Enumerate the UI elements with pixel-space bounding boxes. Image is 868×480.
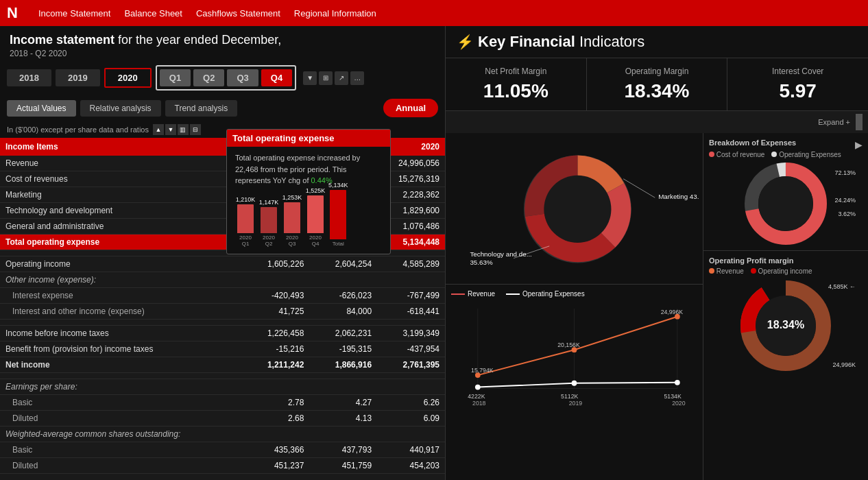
row-label: General and administrative <box>0 219 241 235</box>
line-chart-legend: Revenue Operating Expenses <box>451 290 697 298</box>
sort-icons: ▲ ▼ ▥ ⊟ <box>153 124 201 135</box>
nav-income-statement[interactable]: Income Statement <box>38 8 111 19</box>
q-tab-q4[interactable]: Q4 <box>261 69 292 86</box>
view-tab-trend[interactable]: Trend analysis <box>165 100 238 117</box>
row-2018 <box>241 427 309 442</box>
income-title: Income statement for the year ended Dece… <box>10 33 435 47</box>
row-2019 <box>309 272 377 288</box>
kfi-value-ic: 5.97 <box>738 80 857 102</box>
svg-text:18.34%: 18.34% <box>767 319 804 331</box>
row-2020: 6.26 <box>377 395 445 411</box>
expense-pie-area: Marketing 43.4% Technology and de... 35.… <box>446 133 703 284</box>
nav-balance-sheet[interactable]: Balance Sheet <box>124 8 182 19</box>
year-tab-2018[interactable]: 2018 <box>7 69 51 86</box>
view-tab-actual[interactable]: Actual Values <box>7 100 76 117</box>
op-legend-revenue: Revenue <box>716 267 744 275</box>
kfi-metrics: Net Profit Margin 11.05% Operating Margi… <box>446 58 868 111</box>
row-2020: -618,441 <box>377 304 445 320</box>
col-icon-2[interactable]: ⊟ <box>190 124 201 135</box>
right-panel: ⚡ Key Financial Indicators Net Profit Ma… <box>446 26 868 480</box>
grid-icon[interactable]: ⊞ <box>319 71 333 85</box>
table-row: Diluted 2.68 4.13 6.09 <box>0 411 445 427</box>
row-2019: -626,023 <box>309 288 377 304</box>
q-tab-q2[interactable]: Q2 <box>193 69 224 86</box>
breakdown-legend: Cost of revenue Operating Expenses <box>709 151 863 158</box>
table-row: Income before income taxes 1,226,458 2,0… <box>0 326 445 341</box>
sort-down-icon[interactable]: ▼ <box>165 124 176 135</box>
table-row: Diluted 451,237 451,759 454,203 <box>0 458 445 474</box>
q-tab-q1[interactable]: Q1 <box>160 69 191 86</box>
more-icon[interactable]: … <box>350 71 364 85</box>
kfi-metric-om: Operating Margin 18.34% <box>587 58 728 110</box>
breakdown-donut: 72.13% 24.24% 3.62% <box>709 163 863 245</box>
filter-icon[interactable]: ▼ <box>303 71 317 85</box>
kfi-title: Key Financial Indicators <box>478 33 644 51</box>
nav-regional[interactable]: Regional Information <box>294 8 376 19</box>
netflix-logo: N <box>7 4 18 22</box>
row-2020: 454,203 <box>377 458 445 474</box>
annual-button[interactable]: Annual <box>383 99 438 117</box>
nav-cashflows[interactable]: Cashflows Statement <box>196 8 280 19</box>
chart-right: Breakdown of Expenses ▶ Cost of revenue … <box>703 133 868 480</box>
kfi-label-ic: Interest Cover <box>738 67 857 76</box>
row-label: Earnings per share: <box>0 379 241 395</box>
q-tab-q3[interactable]: Q3 <box>227 69 258 86</box>
row-2019: 84,000 <box>309 304 377 320</box>
row-2020: 2,761,395 <box>377 357 445 373</box>
row-2018: 41,725 <box>241 304 309 320</box>
svg-point-29 <box>758 176 813 231</box>
charts-area: Marketing 43.4% Technology and de... 35.… <box>446 133 868 480</box>
row-label: Marketing <box>0 187 241 203</box>
expand-button[interactable]: Expand + <box>818 118 850 126</box>
row-2019: 2,062,231 <box>309 326 377 341</box>
toolbar-icons: ▼ ⊞ ↗ … <box>303 71 364 85</box>
legend-opex2: Operating Expenses <box>779 151 841 158</box>
mini-bar-item: 1,253K 2020 Q3 <box>282 194 302 247</box>
row-2020 <box>377 272 445 288</box>
svg-text:24,996K: 24,996K <box>661 309 684 315</box>
legend-revenue-label: Revenue <box>468 290 495 298</box>
row-label: Diluted <box>0 458 241 474</box>
year-tab-2019[interactable]: 2019 <box>56 69 100 86</box>
breakdown-expand[interactable]: ▶ <box>855 139 863 150</box>
expand-divider <box>856 114 863 130</box>
row-2018: -15,216 <box>241 341 309 357</box>
sort-up-icon[interactable]: ▲ <box>153 124 164 135</box>
tooltip-title: Total operating expense <box>227 130 390 147</box>
op-profit-bottom-label: 24,996K <box>832 361 856 368</box>
line-chart-svg: 15,794K 20,156K 24,996K 4222K 5112K 5134… <box>451 300 697 410</box>
op-profit-svg: 18.34% <box>738 278 834 374</box>
svg-point-1 <box>544 176 611 243</box>
expense-pie-svg: Marketing 43.4% Technology and de... 35.… <box>450 137 699 274</box>
row-label: Other income (expense): <box>0 272 241 288</box>
table-row: Operating income 1,605,226 2,604,254 4,5… <box>0 256 445 272</box>
row-label: Revenue <box>0 156 241 171</box>
col-icon-1[interactable]: ▥ <box>178 124 189 135</box>
breakdown-title: Breakdown of Expenses <box>709 139 796 147</box>
row-label: Operating income <box>0 256 241 272</box>
row-label: Technology and development <box>0 203 241 219</box>
row-2020: 4,585,289 <box>377 256 445 272</box>
kfi-metric-npm: Net Profit Margin 11.05% <box>446 58 587 110</box>
row-2018: 1,226,458 <box>241 326 309 341</box>
expand-bar: Expand + <box>446 111 868 133</box>
row-2018: 2.78 <box>241 395 309 411</box>
row-2019 <box>309 427 377 442</box>
svg-text:2018: 2018 <box>472 400 486 407</box>
kfi-label-npm: Net Profit Margin <box>457 67 575 76</box>
top-nav: N Income Statement Balance Sheet Cashflo… <box>0 0 868 26</box>
row-2019 <box>309 379 377 395</box>
expand-icon[interactable]: ↗ <box>335 71 348 85</box>
tooltip-overlay: Total operating expense Total operating … <box>226 129 391 254</box>
table-row: Benefit from (provision for) income taxe… <box>0 341 445 357</box>
year-tab-2020[interactable]: 2020 <box>104 68 152 88</box>
svg-point-19 <box>675 380 680 385</box>
svg-point-18 <box>572 381 577 386</box>
row-2020: 440,917 <box>377 442 445 458</box>
row-2020: -437,954 <box>377 341 445 357</box>
row-label: Net income <box>0 357 241 373</box>
view-tab-relative[interactable]: Relative analysis <box>80 100 161 117</box>
row-2020 <box>377 379 445 395</box>
lightning-icon: ⚡ <box>457 34 474 50</box>
row-label: Basic <box>0 442 241 458</box>
